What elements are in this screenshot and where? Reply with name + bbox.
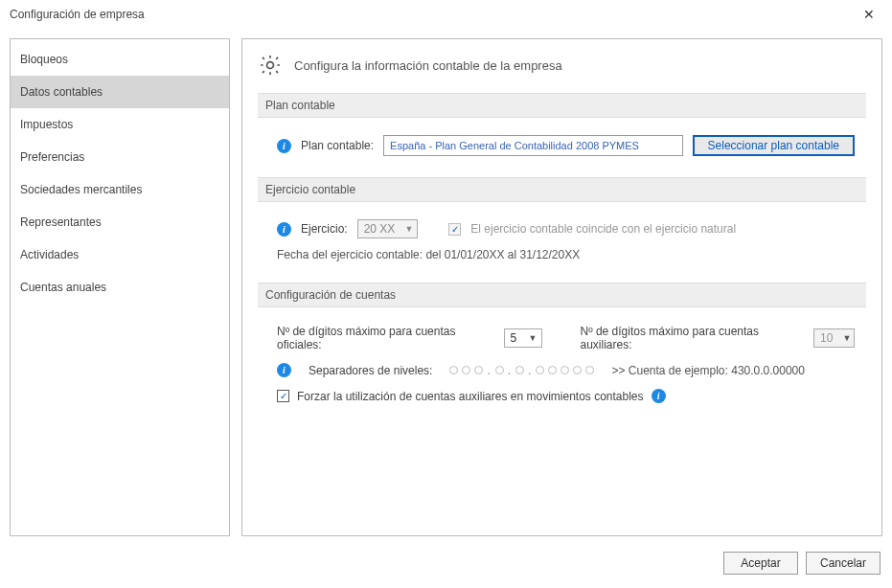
plan-label: Plan contable:	[301, 139, 374, 152]
sidebar-item-sociedades[interactable]: Sociedades mercantiles	[11, 173, 229, 206]
sidebar-item-cuentas-anuales[interactable]: Cuentas anuales	[11, 271, 229, 304]
forzar-label: Forzar la utilización de cuentas auxilia…	[297, 390, 644, 403]
accept-button[interactable]: Aceptar	[723, 552, 798, 575]
ejercicio-combo[interactable]: 20 XX ▼	[357, 219, 419, 238]
coincide-checkbox	[448, 223, 461, 236]
info-icon[interactable]: i	[277, 363, 291, 377]
panel-title: Configura la información contable de la …	[294, 58, 562, 73]
cancel-button[interactable]: Cancelar	[806, 552, 881, 575]
sidebar-item-datos-contables[interactable]: Datos contables	[11, 76, 229, 108]
sidebar-item-bloqueos[interactable]: Bloqueos	[11, 43, 229, 76]
chevron-down-icon: ▼	[842, 333, 851, 343]
coincide-label: El ejercicio contable coincide con el ej…	[470, 222, 736, 236]
ejercicio-value: 20 XX	[364, 222, 396, 236]
panel-header: Configura la información contable de la …	[258, 53, 866, 78]
sidebar-item-representantes[interactable]: Representantes	[11, 206, 229, 238]
plan-input[interactable]	[383, 135, 683, 156]
dig-oficiales-label: Nº de dígitos máximo para cuentas oficia…	[277, 325, 494, 351]
info-icon[interactable]: i	[652, 389, 666, 403]
sidebar: Bloqueos Datos contables Impuestos Prefe…	[10, 38, 230, 536]
section-cuentas-header: Configuración de cuentas	[258, 283, 866, 307]
forzar-checkbox[interactable]	[277, 390, 289, 402]
section-ejercicio-header: Ejercicio contable	[258, 177, 866, 202]
separadores-label: Separadores de niveles:	[309, 364, 432, 377]
chevron-down-icon: ▼	[404, 224, 413, 234]
window-title: Configuración de empresa	[10, 8, 145, 21]
sidebar-item-actividades[interactable]: Actividades	[11, 238, 229, 271]
main-panel: Configura la información contable de la …	[241, 38, 882, 536]
dig-oficiales-combo[interactable]: 5 ▼	[504, 328, 542, 348]
dialog-footer: Aceptar Cancelar	[0, 546, 892, 588]
section-plan-body: i Plan contable: Seleccionar plan contab…	[258, 127, 866, 168]
sidebar-item-preferencias[interactable]: Preferencias	[11, 141, 229, 173]
ejercicio-label: Ejercicio:	[301, 222, 348, 236]
chevron-down-icon: ▼	[529, 333, 537, 343]
close-icon[interactable]: ✕	[856, 3, 882, 26]
svg-point-0	[267, 62, 274, 69]
fecha-ejercicio-text: Fecha del ejercicio contable: del 01/01/…	[277, 248, 855, 261]
info-icon[interactable]: i	[277, 139, 291, 153]
section-cuentas-body: Nº de dígitos máximo para cuentas oficia…	[258, 317, 866, 415]
dig-aux-label: Nº de dígitos máximo para cuentas auxili…	[581, 325, 805, 351]
cuenta-ejemplo: >> Cuenta de ejemplo: 430.0.0.00000	[611, 364, 805, 377]
info-icon[interactable]: i	[277, 222, 291, 237]
dialog-window: Configuración de empresa ✕ Bloqueos Dato…	[0, 0, 892, 588]
dig-oficiales-value: 5	[511, 331, 517, 345]
gear-icon	[258, 53, 283, 78]
dig-aux-value: 10	[820, 331, 833, 345]
dig-aux-combo[interactable]: 10 ▼	[813, 328, 855, 348]
section-plan-header: Plan contable	[258, 93, 866, 118]
section-ejercicio-body: i Ejercicio: 20 XX ▼ El ejercicio contab…	[258, 212, 866, 273]
select-plan-button[interactable]: Seleccionar plan contable	[693, 135, 855, 156]
body: Bloqueos Datos contables Impuestos Prefe…	[0, 29, 892, 546]
sidebar-item-impuestos[interactable]: Impuestos	[11, 108, 229, 141]
titlebar: Configuración de empresa ✕	[0, 0, 892, 29]
separadores-pattern[interactable]: . . .	[449, 364, 594, 377]
